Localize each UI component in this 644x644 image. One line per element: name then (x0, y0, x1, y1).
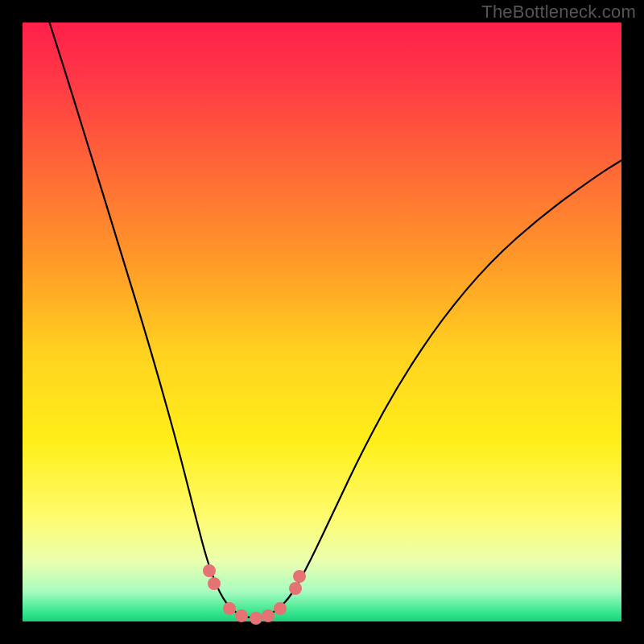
curve-marker (223, 602, 236, 615)
curve-marker (235, 609, 248, 622)
curve-marker (208, 577, 221, 590)
curve-marker (250, 612, 262, 625)
chart-frame (23, 23, 621, 621)
curve-marker (274, 602, 287, 615)
chart-markers (23, 23, 621, 621)
curve-marker (293, 570, 306, 583)
watermark-text: TheBottleneck.com (481, 2, 636, 23)
curve-marker (262, 609, 275, 622)
curve-marker (203, 564, 216, 577)
curve-marker (289, 582, 302, 595)
